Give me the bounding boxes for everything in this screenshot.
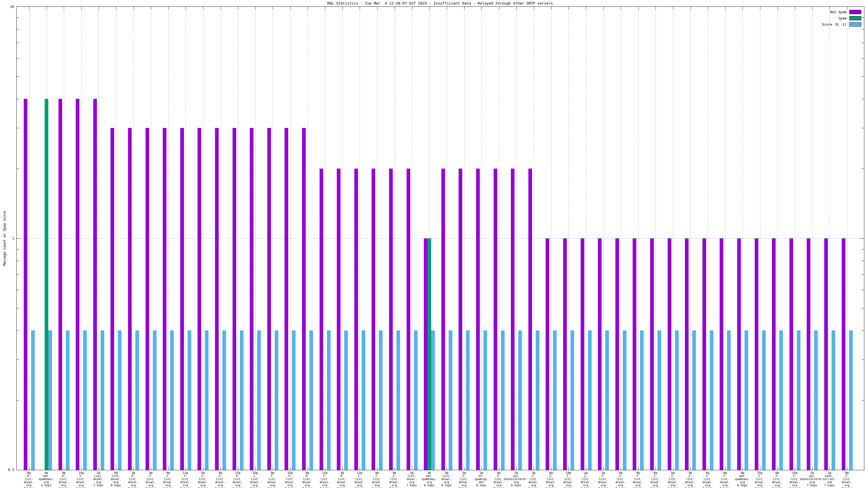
bar-score [710,330,713,470]
gridline-x [778,7,778,470]
bar-spam [44,99,48,470]
bar-not-spam [563,238,567,470]
y-tick-label-1: 1 [0,236,14,240]
bar-not-spam [650,238,654,470]
gridline-x [482,7,482,470]
y-minor-tick-left [17,330,19,331]
gridline-x [499,7,499,470]
x-tick-bottom [151,467,151,470]
x-tick-bottom [743,467,743,470]
x-tick-top [847,7,847,9]
gridline-x [464,7,465,470]
y-minor-tick-left [17,274,19,274]
bar-not-spam [284,128,288,470]
bar-score [518,330,522,470]
legend-row: Score (0..1) [822,23,861,26]
x-tick-bottom [690,467,691,470]
y-minor-tick-left [17,18,19,18]
x-tick-top [690,7,691,9]
x-tick-bottom [377,467,377,470]
bar-score [727,330,731,470]
legend-label: Not Spam [830,10,846,14]
x-tick-top [778,7,778,9]
gridline-x [325,7,325,470]
bar-not-spam [250,128,253,470]
x-tick-bottom [534,467,534,470]
gridline-x [447,7,447,470]
bar-not-spam [93,99,97,470]
bar-not-spam [546,238,549,470]
gridline-x [308,7,308,470]
bar-not-spam [76,99,80,470]
y-minor-tick-right [862,330,864,331]
gridline-x [395,7,395,470]
gridline-x [342,7,343,470]
x-tick-bottom [812,467,813,470]
bar-not-spam [319,169,323,470]
bar-score [449,330,453,470]
bar-score [362,330,365,470]
bar-score [101,330,104,470]
bar-score [275,330,278,470]
x-tick-top [395,7,395,9]
bar-not-spam [842,238,845,470]
bar-score [135,330,139,470]
x-tick-top [830,7,830,9]
bar-not-spam [424,238,428,470]
bar-not-spam [146,128,149,470]
x-tick-bottom [551,467,552,470]
bar-score [240,330,244,470]
gridline-x [603,7,604,470]
bar-not-spam [232,128,236,470]
x-tick-bottom [342,467,343,470]
x-tick-top [586,7,586,9]
bar-not-spam [337,169,340,470]
bar-score [779,330,783,470]
bar-not-spam [755,238,758,470]
x-tick-top [186,7,186,9]
x-tick-top [464,7,465,9]
bar-not-spam [807,238,810,470]
gridline-x [743,7,743,470]
y-major-tick-right [860,238,864,239]
legend: Not SpamSpamScore (0..1) [822,10,861,29]
x-tick-top [551,7,552,9]
x-tick-bottom [482,467,482,470]
bar-not-spam [389,169,393,470]
x-tick-top [325,7,325,9]
gridline-x [690,7,691,470]
x-tick-top [568,7,569,9]
x-tick-top [621,7,621,9]
gridline-x [795,7,795,470]
x-tick-bottom [760,467,761,470]
x-tick-bottom [568,467,569,470]
x-tick-bottom [238,467,238,470]
bar-spam [428,238,431,470]
y-minor-tick-left [17,99,19,99]
bar-not-spam [528,169,532,470]
x-tick-bottom [673,467,673,470]
bar-score [83,330,87,470]
bar-score [466,330,470,470]
x-tick-top [499,7,499,9]
y-minor-tick-right [862,290,864,290]
bar-score [814,330,818,470]
legend-label: Spam [838,17,846,20]
gridline-x [760,7,761,470]
gridline-x [830,7,830,470]
gridline-x [168,7,169,470]
x-tick-bottom [203,467,204,470]
bar-not-spam [267,128,271,470]
x-tick-bottom [290,467,290,470]
gridline-x [221,7,221,470]
y-minor-tick-right [862,308,864,308]
x-tick-top [203,7,204,9]
y-minor-tick-left [17,261,19,261]
x-tick-top [29,7,29,9]
x-tick-bottom [795,467,795,470]
x-tick-top [795,7,795,9]
x-tick-top [812,7,813,9]
x-tick-top [743,7,743,9]
bar-not-spam [598,238,601,470]
bar-score [588,330,592,470]
